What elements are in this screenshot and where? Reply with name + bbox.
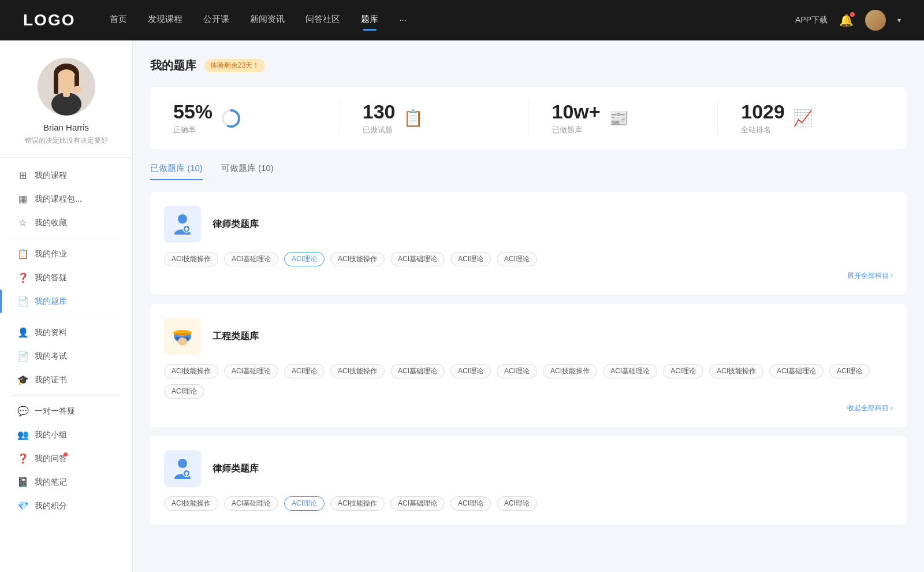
- stat-text-accuracy: 55% 正确率: [173, 101, 213, 135]
- stat-done-questions: 130 已做试题 📋: [340, 101, 529, 135]
- tag-2-5[interactable]: ACI理论: [450, 496, 491, 511]
- sidebar-item-1on1[interactable]: 💬 一对一答疑: [0, 399, 132, 423]
- homework-icon: 📋: [17, 248, 28, 259]
- sidebar-item-label: 一对一答疑: [35, 406, 75, 417]
- qbank-header-2: 律师类题库: [164, 450, 893, 487]
- tag-1-13[interactable]: ACI理论: [164, 384, 204, 399]
- chart-icon: 📈: [793, 109, 813, 128]
- sidebar-item-questions[interactable]: ❓ 我的问答: [0, 447, 132, 470]
- avatar-svg: [38, 58, 95, 116]
- tag-0-1[interactable]: ACI基础理论: [224, 252, 278, 266]
- tag-2-1[interactable]: ACI基础理论: [224, 496, 278, 511]
- logo: LOGO: [23, 11, 75, 29]
- sidebar-item-label: 我的课程: [35, 170, 67, 181]
- sidebar: Brian Harris 错误的决定比没有决定要好 ⊞ 我的课程 ▦ 我的课程包…: [0, 40, 133, 572]
- page-header: 我的题库 体验剩余23天！: [150, 58, 907, 73]
- tag-1-1[interactable]: ACI基础理论: [224, 364, 278, 378]
- nav-qbank[interactable]: 题库: [361, 14, 378, 27]
- tag-0-2[interactable]: ACI理论: [284, 252, 325, 266]
- tag-1-4[interactable]: ACI基础理论: [390, 364, 445, 378]
- tag-2-6[interactable]: ACI理论: [497, 496, 537, 511]
- list-icon: 📋: [403, 109, 423, 128]
- qbank-tags-2: ACI技能操作 ACI基础理论 ACI理论 ACI技能操作 ACI基础理论 AC…: [164, 496, 893, 511]
- avatar-image: [865, 10, 886, 31]
- sidebar-item-homework[interactable]: 📋 我的作业: [0, 242, 132, 266]
- stats-row: 55% 正确率 130 已做试题 📋: [150, 87, 907, 149]
- tag-1-0[interactable]: ACI技能操作: [164, 364, 218, 378]
- nav-more[interactable]: ···: [399, 14, 407, 27]
- sidebar-profile: Brian Harris 错误的决定比没有决定要好: [0, 58, 132, 158]
- sidebar-item-notes[interactable]: 📓 我的笔记: [0, 470, 132, 494]
- sidebar-item-qa[interactable]: ❓ 我的答疑: [0, 266, 132, 289]
- tag-2-0[interactable]: ACI技能操作: [164, 496, 218, 511]
- tag-1-7[interactable]: ACI技能操作: [543, 364, 597, 378]
- nav-opencourse[interactable]: 公开课: [203, 14, 229, 27]
- stat-text-rank: 1029 全站排名: [741, 101, 785, 135]
- tag-1-5[interactable]: ACI理论: [450, 364, 491, 378]
- sidebar-item-exam[interactable]: 📄 我的考试: [0, 344, 132, 368]
- tag-1-8[interactable]: ACI基础理论: [603, 364, 657, 378]
- stat-ranking: 1029 全站排名 📈: [718, 101, 907, 135]
- sidebar-item-group[interactable]: 👥 我的小组: [0, 423, 132, 447]
- nav-home[interactable]: 首页: [110, 14, 127, 27]
- nav-news[interactable]: 新闻资讯: [250, 14, 285, 27]
- tag-1-12[interactable]: ACI理论: [829, 364, 870, 378]
- nav-qa[interactable]: 问答社区: [305, 14, 340, 27]
- sidebar-item-label: 我的考试: [35, 351, 67, 362]
- stat-value-done: 130: [363, 101, 396, 122]
- tag-2-3[interactable]: ACI技能操作: [330, 496, 385, 511]
- page-layout: Brian Harris 错误的决定比没有决定要好 ⊞ 我的课程 ▦ 我的课程包…: [0, 40, 924, 572]
- qbank-tags-0: ACI技能操作 ACI基础理论 ACI理论 ACI技能操作 ACI基础理论 AC…: [164, 252, 893, 266]
- nav-links: 首页 发现课程 公开课 新闻资讯 问答社区 题库 ···: [110, 14, 795, 27]
- stat-label-accuracy: 正确率: [173, 125, 213, 135]
- expand-btn-1[interactable]: 收起全部科目 ›: [164, 403, 893, 413]
- profile-avatar: [38, 58, 95, 116]
- stat-done-banks: 10w+ 已做题库 📰: [529, 101, 718, 135]
- tag-1-10[interactable]: ACI技能操作: [709, 364, 763, 378]
- tag-0-6[interactable]: ACI理论: [497, 252, 537, 266]
- svg-rect-6: [63, 90, 70, 97]
- tag-0-3[interactable]: ACI技能操作: [330, 252, 385, 266]
- sidebar-item-qbank[interactable]: 📄 我的题库: [0, 289, 132, 313]
- tag-1-11[interactable]: ACI基础理论: [769, 364, 824, 378]
- one-on-one-icon: 💬: [17, 406, 28, 417]
- sidebar-item-favorites[interactable]: ☆ 我的收藏: [0, 211, 132, 235]
- expand-btn-0[interactable]: 展开全部科目 ›: [164, 271, 893, 281]
- stat-value-accuracy: 55%: [173, 101, 213, 122]
- qa-icon: ❓: [17, 272, 28, 283]
- sidebar-item-course-package[interactable]: ▦ 我的课程包...: [0, 187, 132, 211]
- chevron-down-icon[interactable]: ▾: [897, 16, 901, 24]
- stat-label-banks: 已做题库: [552, 125, 601, 135]
- tag-1-9[interactable]: ACI理论: [663, 364, 703, 378]
- tabs-row: 已做题库 (10) 可做题库 (10): [150, 163, 907, 180]
- sidebar-item-my-courses[interactable]: ⊞ 我的课程: [0, 164, 132, 187]
- sidebar-item-points[interactable]: 💎 我的积分: [0, 494, 132, 518]
- page-title: 我的题库: [150, 58, 196, 73]
- qbank-section-1: 工程类题库 ACI技能操作 ACI基础理论 ACI理论 ACI技能操作 ACI基…: [150, 304, 907, 427]
- points-icon: 💎: [17, 500, 28, 511]
- qbank-icon-engineer: [164, 318, 201, 355]
- sidebar-item-certificate[interactable]: 🎓 我的证书: [0, 368, 132, 392]
- qbank-tags-1: ACI技能操作 ACI基础理论 ACI理论 ACI技能操作 ACI基础理论 AC…: [164, 364, 893, 399]
- tab-done-banks[interactable]: 已做题库 (10): [150, 163, 203, 180]
- courses-icon: ⊞: [17, 170, 28, 181]
- nav-discover[interactable]: 发现课程: [148, 14, 182, 27]
- notification-bell[interactable]: 🔔: [839, 13, 854, 27]
- app-download-button[interactable]: APP下载: [795, 15, 828, 25]
- engineer-svg: [170, 324, 195, 349]
- tag-1-6[interactable]: ACI理论: [497, 364, 537, 378]
- user-avatar[interactable]: [865, 10, 886, 31]
- menu-divider-1: [12, 238, 121, 239]
- tag-1-2[interactable]: ACI理论: [284, 364, 325, 378]
- sidebar-item-label: 我的证书: [35, 375, 67, 385]
- tag-2-4[interactable]: ACI基础理论: [390, 496, 445, 511]
- sidebar-item-label: 我的资料: [35, 328, 67, 338]
- tag-2-2[interactable]: ACI理论: [284, 496, 325, 511]
- sidebar-item-profile[interactable]: 👤 我的资料: [0, 321, 132, 344]
- tab-todo-banks[interactable]: 可做题库 (10): [221, 163, 274, 180]
- tag-0-4[interactable]: ACI基础理论: [390, 252, 445, 266]
- tag-0-5[interactable]: ACI理论: [450, 252, 491, 266]
- tag-1-3[interactable]: ACI技能操作: [330, 364, 385, 378]
- tag-0-0[interactable]: ACI技能操作: [164, 252, 218, 266]
- stat-value-rank: 1029: [741, 101, 785, 122]
